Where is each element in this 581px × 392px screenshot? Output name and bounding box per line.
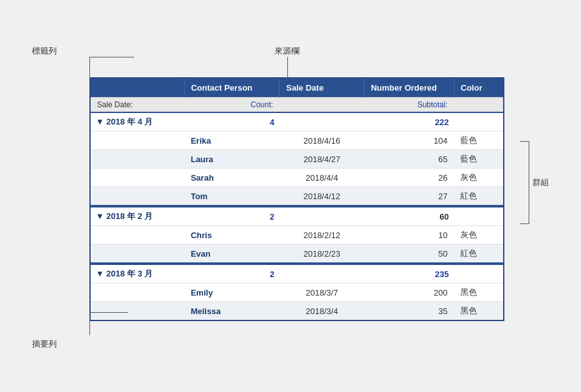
row-empty-0-3 bbox=[91, 187, 185, 206]
row-number-0-1: 65 bbox=[364, 150, 454, 169]
header-contact-person: Contact Person bbox=[185, 79, 280, 98]
row-number-2-1: 35 bbox=[364, 302, 454, 320]
group-bracket bbox=[520, 141, 529, 224]
table-row: Melissa 2018/3/4 35 黑色 bbox=[91, 302, 503, 320]
row-color-0-3: 紅色 bbox=[454, 187, 503, 206]
group-count-2: 2 bbox=[185, 264, 280, 283]
group-header-0: ▼ 2018 年 4 月 4 222 bbox=[91, 112, 503, 132]
group-empty-date-2 bbox=[280, 264, 365, 283]
group-count-0: 4 bbox=[185, 112, 280, 132]
annotation-label-row: 標籤列 bbox=[32, 45, 57, 57]
row-number-1-1: 50 bbox=[364, 245, 454, 263]
row-number-0-3: 27 bbox=[364, 187, 454, 206]
annotation-line-v-center bbox=[287, 57, 288, 79]
row-number-0-0: 104 bbox=[364, 132, 454, 150]
row-color-0-0: 藍色 bbox=[454, 132, 503, 150]
annotation-line-h-left bbox=[89, 57, 134, 57]
annotation-group: 群組 bbox=[520, 141, 549, 224]
label-empty-color bbox=[454, 98, 503, 113]
header-sale-date: Sale Date bbox=[280, 79, 365, 98]
row-saledate-1-0: 2018/2/12 bbox=[280, 226, 365, 245]
annotation-group-label: 群組 bbox=[532, 177, 549, 188]
group-header-2: ▼ 2018 年 3 月 2 235 bbox=[91, 264, 503, 283]
annotation-line-h-bottom bbox=[89, 312, 128, 313]
group-title-1: ▼ 2018 年 2 月 bbox=[91, 207, 185, 226]
table-row: Evan 2018/2/23 50 紅色 bbox=[91, 245, 503, 263]
row-number-0-2: 26 bbox=[364, 169, 454, 187]
row-empty-0-1 bbox=[91, 150, 185, 169]
row-saledate-2-1: 2018/3/4 bbox=[280, 302, 365, 320]
annotation-source-column: 來源欄 bbox=[275, 45, 299, 57]
row-saledate-0-3: 2018/4/12 bbox=[280, 187, 365, 206]
group-empty-color-2 bbox=[454, 264, 503, 283]
label-subtotal: Subtotal: bbox=[364, 98, 454, 113]
row-saledate-0-0: 2018/4/16 bbox=[280, 132, 365, 150]
annotation-line-v-left bbox=[89, 57, 90, 79]
group-empty-date-0 bbox=[280, 112, 365, 132]
annotation-line-v-bottom bbox=[89, 313, 90, 335]
label-count: Count: bbox=[185, 98, 280, 113]
header-number-ordered: Number Ordered bbox=[364, 79, 454, 98]
header-empty bbox=[91, 79, 185, 98]
header-color: Color bbox=[454, 79, 503, 98]
row-color-0-2: 灰色 bbox=[454, 169, 503, 187]
group-title-0: ▼ 2018 年 4 月 bbox=[91, 112, 185, 132]
group-subtotal-2: 235 bbox=[364, 264, 454, 283]
data-table: Contact Person Sale Date Number Ordered … bbox=[91, 79, 503, 320]
row-empty-1-0 bbox=[91, 226, 185, 245]
row-saledate-2-0: 2018/3/7 bbox=[280, 283, 365, 302]
row-color-2-1: 黑色 bbox=[454, 302, 503, 320]
row-number-2-0: 200 bbox=[364, 283, 454, 302]
table-row: Erika 2018/4/16 104 藍色 bbox=[91, 132, 503, 150]
main-table-wrapper: Contact Person Sale Date Number Ordered … bbox=[89, 77, 504, 321]
row-color-2-0: 黑色 bbox=[454, 283, 503, 302]
row-empty-1-1 bbox=[91, 245, 185, 263]
table-row: Sarah 2018/4/4 26 灰色 bbox=[91, 169, 503, 187]
table-row: Chris 2018/2/12 10 灰色 bbox=[91, 226, 503, 245]
row-empty-2-1 bbox=[91, 302, 185, 320]
row-contact-2-1: Melissa bbox=[185, 302, 280, 320]
group-empty-color-1 bbox=[454, 207, 503, 226]
group-subtotal-0: 222 bbox=[364, 112, 454, 132]
table-row: Tom 2018/4/12 27 紅色 bbox=[91, 187, 503, 206]
table-header-row: Contact Person Sale Date Number Ordered … bbox=[91, 79, 503, 98]
group-title-2: ▼ 2018 年 3 月 bbox=[91, 264, 185, 283]
row-contact-1-0: Chris bbox=[185, 226, 280, 245]
row-contact-0-2: Sarah bbox=[185, 169, 280, 187]
row-contact-0-3: Tom bbox=[185, 187, 280, 206]
row-empty-0-2 bbox=[91, 169, 185, 187]
row-contact-0-1: Laura bbox=[185, 150, 280, 169]
group-subtotal-1: 60 bbox=[364, 207, 454, 226]
row-color-1-0: 灰色 bbox=[454, 226, 503, 245]
row-contact-1-1: Evan bbox=[185, 245, 280, 263]
row-saledate-1-1: 2018/2/23 bbox=[280, 245, 365, 263]
annotation-summary-row: 摘要列 bbox=[32, 338, 57, 350]
row-saledate-0-1: 2018/4/27 bbox=[280, 150, 365, 169]
row-color-1-1: 紅色 bbox=[454, 245, 503, 263]
group-empty-color-0 bbox=[454, 112, 503, 132]
page-container: 標籤列 來源欄 群組 摘要列 Contact Person Sale Date … bbox=[26, 39, 555, 353]
row-color-0-1: 藍色 bbox=[454, 150, 503, 169]
row-number-1-0: 10 bbox=[364, 226, 454, 245]
group-header-1: ▼ 2018 年 2 月 2 60 bbox=[91, 207, 503, 226]
table-row: Emily 2018/3/7 200 黑色 bbox=[91, 283, 503, 302]
group-count-1: 2 bbox=[185, 207, 280, 226]
row-saledate-0-2: 2018/4/4 bbox=[280, 169, 365, 187]
row-contact-0-0: Erika bbox=[185, 132, 280, 150]
label-sale-date: Sale Date: bbox=[91, 98, 185, 113]
group-empty-date-1 bbox=[280, 207, 365, 226]
label-row: Sale Date: Count: Subtotal: bbox=[91, 98, 503, 113]
row-empty-2-0 bbox=[91, 283, 185, 302]
row-empty-0-0 bbox=[91, 132, 185, 150]
row-contact-2-0: Emily bbox=[185, 283, 280, 302]
label-empty-date bbox=[280, 98, 365, 113]
table-row: Laura 2018/4/27 65 藍色 bbox=[91, 150, 503, 169]
